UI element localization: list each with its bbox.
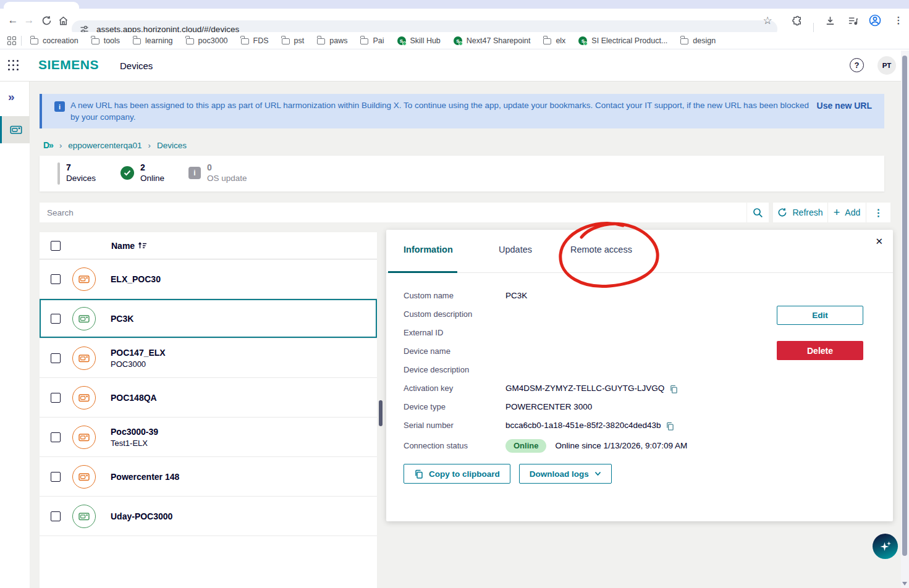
field-value: POWERCENTER 3000 xyxy=(505,398,592,416)
device-row[interactable]: ELX_POC30 xyxy=(40,259,377,299)
reload-icon[interactable] xyxy=(38,9,54,32)
back-icon[interactable]: ← xyxy=(5,9,21,32)
bookmark-item[interactable]: sNext47 Sharepoint xyxy=(454,36,531,45)
bookmark-label: tools xyxy=(104,36,120,45)
sidebar-item-devices[interactable] xyxy=(0,116,30,143)
delete-button[interactable]: Delete xyxy=(777,341,863,360)
bookmark-item[interactable]: learning xyxy=(133,36,172,45)
active-tab-underline xyxy=(388,271,457,273)
home-icon[interactable] xyxy=(55,9,71,32)
field-value: bcca6cb0-1a18-451e-85f2-3820c4ded43b xyxy=(505,416,661,435)
add-button[interactable]: + Add xyxy=(827,203,866,222)
refresh-button[interactable]: Refresh xyxy=(773,203,827,222)
forward-icon[interactable]: → xyxy=(21,9,37,32)
browser-active-tab[interactable] xyxy=(4,2,79,9)
extensions-icon[interactable] xyxy=(789,9,806,32)
bookmark-label: elx xyxy=(556,36,565,45)
use-new-url-link[interactable]: Use new URL xyxy=(817,101,872,111)
device-name: ELX_POC30 xyxy=(111,274,161,284)
close-icon[interactable]: ✕ xyxy=(875,236,883,247)
device-row[interactable]: Uday-POC3000 xyxy=(40,497,377,536)
bookmark-item[interactable]: Pai xyxy=(360,36,384,45)
apps-grid-icon[interactable] xyxy=(7,36,16,45)
profile-icon[interactable] xyxy=(866,9,884,32)
field-row: Serial number bcca6cb0-1a18-451e-85f2-38… xyxy=(404,416,751,435)
bookmark-item[interactable]: elx xyxy=(543,36,565,45)
help-icon[interactable]: ? xyxy=(850,58,864,72)
chevron-right-icon: › xyxy=(148,141,151,150)
browser-toolbar: ← → assets.apps.horizonint.cloud/#/devic… xyxy=(0,9,909,32)
row-checkbox[interactable] xyxy=(51,314,61,324)
bookmark-label: SI Electrical Product... xyxy=(591,36,667,45)
avatar[interactable]: PT xyxy=(877,56,896,75)
stat-label: Online xyxy=(140,173,164,184)
check-circle-icon xyxy=(120,166,134,180)
field-label: Device type xyxy=(404,398,505,416)
refresh-label: Refresh xyxy=(792,208,822,217)
breadcrumb: D» › eppowercenterqa01 › Devices xyxy=(43,140,187,150)
bookmark-item[interactable]: sSI Electrical Product... xyxy=(578,36,667,45)
row-checkbox[interactable] xyxy=(51,511,61,521)
copy-to-clipboard-button[interactable]: Copy to clipboard xyxy=(404,464,510,484)
device-icon xyxy=(9,123,23,136)
copy-icon xyxy=(414,469,423,479)
app-launcher-icon[interactable] xyxy=(8,60,22,71)
bookmark-item[interactable]: sSkill Hub xyxy=(397,36,441,45)
refresh-icon xyxy=(777,208,787,217)
device-fields: Custom name PC3K Custom description Exte… xyxy=(404,287,751,455)
tab-information[interactable]: Information xyxy=(404,245,453,254)
assistant-fab[interactable] xyxy=(873,534,898,559)
row-checkbox[interactable] xyxy=(51,432,61,442)
bookmark-item[interactable]: FDS xyxy=(241,36,269,45)
device-row[interactable]: POC148QA xyxy=(40,378,377,418)
sharepoint-icon: s xyxy=(454,36,462,45)
bookmark-star-icon[interactable]: ☆ xyxy=(759,9,776,32)
folder-icon xyxy=(91,38,99,44)
bookmarks-divider xyxy=(21,36,22,46)
device-row[interactable]: Powercenter 148 xyxy=(40,457,377,497)
downloads-icon[interactable] xyxy=(821,9,839,32)
list-scrollbar-thumb[interactable] xyxy=(379,400,383,426)
tabs-divider xyxy=(386,272,893,273)
bookmark-label: pst xyxy=(294,36,305,45)
breadcrumb-site[interactable]: eppowercenterqa01 xyxy=(68,141,142,150)
select-all-checkbox[interactable] xyxy=(51,241,61,251)
row-checkbox[interactable] xyxy=(51,353,61,363)
download-logs-button[interactable]: Download logs xyxy=(519,464,612,484)
page-scrollbar[interactable] xyxy=(901,51,909,588)
breadcrumb-root-icon[interactable]: D» xyxy=(43,140,53,150)
sort-ascending-icon[interactable] xyxy=(138,242,147,250)
device-row-selected[interactable]: PC3K xyxy=(40,299,377,338)
device-row[interactable]: Poc3000-39 Test1-ELX xyxy=(40,418,377,457)
folder-icon xyxy=(133,38,141,44)
scrollbar-down-arrow[interactable] xyxy=(902,582,907,586)
search-icon[interactable] xyxy=(746,203,769,222)
bookmark-item[interactable]: tools xyxy=(91,36,120,45)
row-checkbox[interactable] xyxy=(51,274,61,284)
sidebar-expand-icon[interactable]: » xyxy=(8,90,15,104)
edit-button[interactable]: Edit xyxy=(777,306,863,325)
scrollbar-thumb[interactable] xyxy=(902,56,907,556)
chevron-right-icon: › xyxy=(59,141,62,150)
bookmark-item[interactable]: poc3000 xyxy=(186,36,228,45)
search-input[interactable] xyxy=(40,208,746,217)
bookmark-item[interactable]: design xyxy=(680,36,716,45)
bookmark-item[interactable]: cocreation xyxy=(30,36,78,45)
browser-menu-icon[interactable]: ⋮ xyxy=(890,9,907,32)
tab-updates[interactable]: Updates xyxy=(499,245,532,254)
download-logs-label: Download logs xyxy=(530,469,589,479)
column-header-name[interactable]: Name xyxy=(111,241,135,251)
more-options-icon[interactable]: ⋮ xyxy=(866,203,890,222)
status-badge: Online xyxy=(505,439,546,453)
row-checkbox[interactable] xyxy=(51,393,61,403)
stat-devices: 7 Devices xyxy=(57,162,96,185)
row-checkbox[interactable] xyxy=(51,472,61,482)
copy-icon[interactable] xyxy=(666,422,674,430)
tab-list-icon[interactable] xyxy=(844,9,861,32)
bookmark-item[interactable]: paws xyxy=(317,36,347,45)
device-row[interactable]: POC147_ELX POC3000 xyxy=(40,338,377,378)
copy-icon[interactable] xyxy=(669,385,678,393)
add-label: Add xyxy=(845,208,860,217)
tab-remote-access[interactable]: Remote access xyxy=(570,245,632,254)
bookmark-item[interactable]: pst xyxy=(282,36,305,45)
